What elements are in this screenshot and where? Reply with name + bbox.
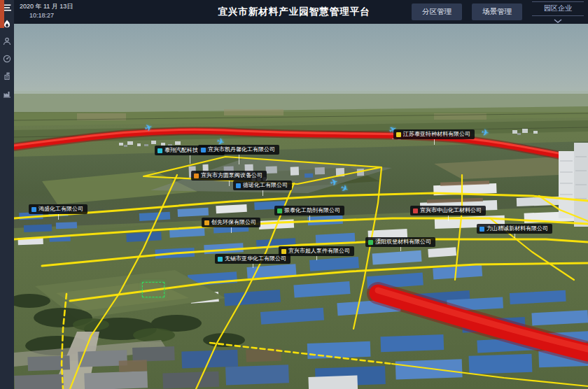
company-marker-icon [396, 132, 401, 137]
gauge-icon[interactable] [1, 53, 13, 64]
label-stem [400, 247, 401, 251]
label-stem [190, 155, 190, 164]
company-marker-icon [201, 148, 206, 153]
company-marker-icon [204, 220, 209, 225]
company-marker-icon [158, 148, 162, 153]
company-name: 创先环保有限公司 [211, 220, 256, 225]
accent-bar [0, 0, 4, 28]
company-label[interactable]: 无锡市亚华化工有限公司 [215, 254, 290, 264]
company-label[interactable]: 力山精诚新材料有限公司 [477, 224, 552, 234]
company-label[interactable]: 宜兴市凯丹馨化工有限公司 [198, 145, 279, 155]
datetime-display: 2020 年 11 月 13日 10:18:27 [20, 2, 73, 20]
company-name: 无锡市亚华化工有限公司 [225, 256, 286, 262]
company-name: 德诺化工有限公司 [243, 183, 288, 188]
company-label[interactable]: 溧阳双登材料有限公司 [365, 237, 435, 247]
company-name: 鸿盛化工有限公司 [38, 206, 83, 212]
label-stem [309, 215, 310, 221]
company-marker-icon [368, 240, 373, 245]
label-stem [58, 214, 59, 220]
label-stem [231, 227, 232, 233]
sidebar-icon-list [0, 18, 14, 99]
company-marker-icon [413, 208, 418, 213]
company-marker-icon [277, 208, 282, 213]
company-name: 振泰化工助剂有限公司 [284, 208, 340, 213]
company-marker-icon [281, 249, 286, 254]
company-label[interactable]: 宜兴市中山化工材料公司 [410, 206, 486, 215]
scene-manage-button[interactable]: 场景管理 [472, 3, 522, 20]
company-name: 力山精诚新材料有限公司 [486, 226, 548, 232]
company-marker-icon [218, 257, 223, 262]
header-actions: 分区管理 场景管理 园区企业 [412, 0, 584, 24]
map-viewport[interactable]: 鸿盛化工有限公司 泰翔汽配科技有限公司 宜兴市凯丹馨化工有限公司 宜兴市方圆泵阀… [14, 24, 588, 389]
park-enterprise-dropdown[interactable]: 园区企业 [532, 1, 584, 23]
building-icon[interactable] [1, 71, 13, 82]
company-name: 宜兴市凯丹馨化工有限公司 [208, 147, 275, 153]
label-stem [514, 234, 515, 238]
sidebar [0, 0, 14, 389]
label-stem [316, 256, 317, 260]
time-text: 10:18:27 [20, 11, 73, 20]
date-text: 2020 年 11 月 13日 [20, 2, 73, 11]
drone-marker-icon[interactable]: ✈ [481, 127, 490, 138]
company-name: 溧阳双登材料有限公司 [375, 239, 431, 245]
company-label[interactable]: 江苏泰亚特种材料有限公司 [393, 129, 475, 139]
company-name: 宜兴市中山化工材料公司 [420, 208, 482, 213]
chevron-down-icon[interactable] [554, 17, 562, 23]
company-label[interactable]: 宜兴市方圆泵阀设备公司 [191, 171, 267, 181]
company-name: 宜兴市方圆泵阀设备公司 [201, 173, 262, 178]
company-name: 宜兴市超人泵件有限公司 [288, 248, 350, 254]
company-marker-icon [236, 183, 241, 188]
company-marker-icon [194, 174, 199, 178]
label-stem [262, 190, 263, 196]
label-stem [434, 139, 435, 145]
label-stem [253, 264, 253, 268]
company-marker-icon [479, 227, 484, 232]
top-header: 2020 年 11 月 13日 10:18:27 宜兴市新材料产业园智慧管理平台… [0, 0, 588, 24]
selection-box[interactable] [142, 282, 164, 297]
user-icon[interactable] [1, 36, 13, 47]
company-marker-icon [31, 207, 36, 212]
label-stem [229, 181, 230, 186]
company-name: 江苏泰亚特种材料有限公司 [403, 132, 470, 137]
company-label[interactable]: 创先环保有限公司 [202, 218, 260, 227]
company-label[interactable]: 振泰化工助剂有限公司 [274, 206, 344, 215]
company-label[interactable]: 鸿盛化工有限公司 [29, 204, 88, 214]
company-label[interactable]: 德诺化工有限公司 [233, 181, 292, 190]
dropdown-label: 园区企业 [532, 1, 584, 16]
factory-icon[interactable] [1, 88, 13, 99]
zone-manage-button[interactable]: 分区管理 [412, 3, 462, 20]
app-root: 2020 年 11 月 13日 10:18:27 宜兴市新材料产业园智慧管理平台… [0, 0, 588, 389]
label-stem [448, 215, 449, 221]
label-stem [239, 155, 239, 164]
